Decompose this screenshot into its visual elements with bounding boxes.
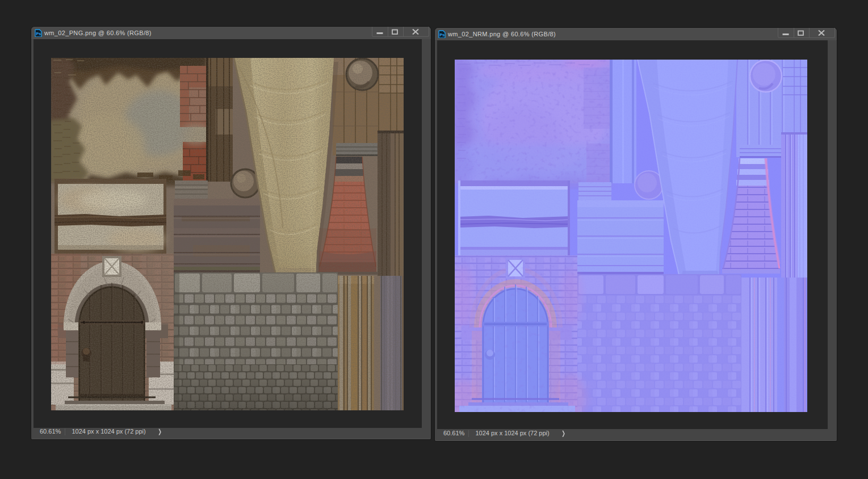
svg-text:Ps: Ps xyxy=(440,33,445,37)
svg-text:Ps: Ps xyxy=(36,32,41,36)
